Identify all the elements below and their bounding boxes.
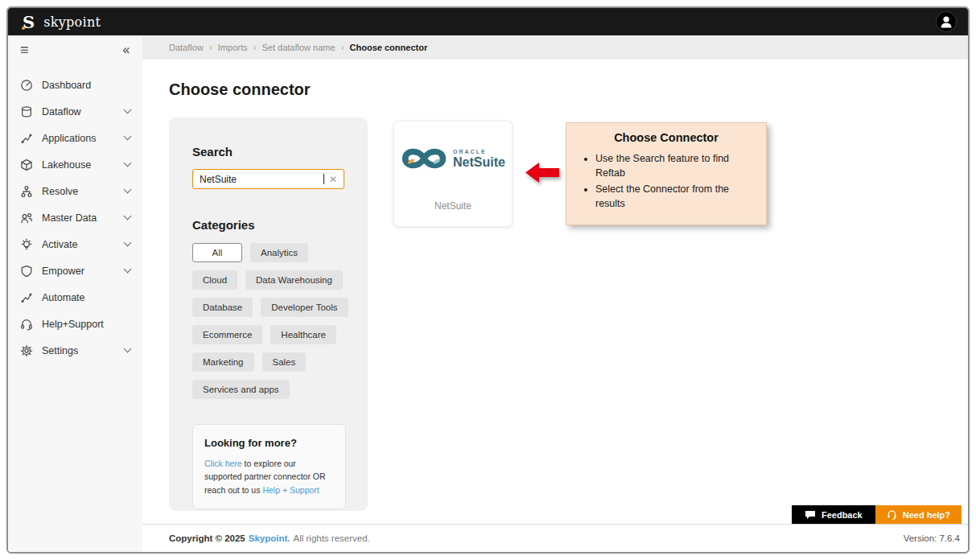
chevron-down-icon [124,239,132,247]
sidebar-item-help-support[interactable]: Help+Support [8,311,142,337]
bulb-icon [20,238,33,251]
chevron-down-icon [124,133,132,141]
logo-dot [22,27,25,30]
looking-for-more-title: Looking for more? [204,437,334,449]
netsuite-infinity-icon [401,145,447,172]
hamburger-menu-icon[interactable]: ≡ [20,43,29,57]
page-title: Choose connector [169,80,311,99]
sidebar-item-activate[interactable]: Activate [8,231,142,257]
sidebar-item-lakehouse[interactable]: Lakehouse [8,151,142,178]
category-healthcare[interactable]: Healthcare [270,325,336,344]
search-heading: Search [192,145,345,159]
connector-card-label: NetSuite [434,200,472,212]
breadcrumb-imports[interactable]: Imports [218,43,248,52]
chevron-down-icon [124,106,132,114]
category-filter-list: All Analytics Cloud Data Warehousing Dat… [192,243,350,399]
chevron-down-icon [124,266,132,274]
gauge-icon [20,79,33,92]
sidebar-item-empower[interactable]: Empower [8,257,142,284]
callout-bullet-list: Use the Search feature to find Reftab Se… [578,151,755,212]
sidebar-item-dashboard[interactable]: Dashboard [8,72,142,98]
hierarchy-icon [20,185,33,198]
click-here-link[interactable]: Click here [204,459,242,468]
breadcrumb: Dataflow › Imports › Set dataflow name ›… [142,35,968,60]
category-ecommerce[interactable]: Ecommerce [192,325,262,344]
sidebar-item-applications[interactable]: Applications [8,125,142,151]
copyright-text: Copyright © 2025 [169,533,245,543]
help-support-link[interactable]: Help + Support [262,485,319,495]
node-link-icon [20,291,33,304]
category-database[interactable]: Database [192,298,253,317]
database-icon [20,105,33,118]
brand-name: skypoint [43,14,101,30]
sidebar-item-automate[interactable]: Automate [8,284,142,311]
search-input[interactable] [200,174,324,185]
gear-icon [20,344,33,357]
text-caret [323,174,324,184]
cube-icon [20,159,33,171]
red-arrow-icon [525,162,559,183]
netsuite-connector-card[interactable]: ORACLE NetSuite NetSuite [393,121,513,227]
category-data-warehousing[interactable]: Data Warehousing [245,270,343,290]
netsuite-wordmark: NetSuite [453,156,505,169]
chevron-down-icon [124,345,132,353]
content-area: Choose connector Search ✕ Categories All… [142,60,968,524]
need-help-button[interactable]: Need help? [875,505,962,524]
skypoint-footer-link[interactable]: Skypoint. [249,533,290,543]
category-developer-tools[interactable]: Developer Tools [261,298,348,317]
sidebar: ≡ « Dashboard Dataflow Applications [8,35,142,552]
chevron-down-icon [124,159,132,167]
annotation-callout: Choose Connector Use the Search feature … [566,122,767,225]
category-analytics[interactable]: Analytics [250,243,308,262]
rights-text: All rights reserved. [294,533,370,543]
node-link-icon [20,132,33,145]
breadcrumb-separator: › [209,42,212,53]
sidebar-item-resolve[interactable]: Resolve [8,178,142,204]
headset-icon [887,509,897,520]
sidebar-item-dataflow[interactable]: Dataflow [8,98,142,125]
clear-search-icon[interactable]: ✕ [329,175,337,184]
netsuite-logo: ORACLE NetSuite [401,145,505,172]
categories-heading: Categories [192,218,345,232]
breadcrumb-current: Choose connector [350,43,428,52]
floating-buttons: Feedback Need help? [792,505,962,524]
sidebar-item-settings[interactable]: Settings [8,337,142,364]
breadcrumb-separator: › [253,42,256,53]
oracle-wordmark: ORACLE [453,149,505,154]
search-box: ✕ [192,169,344,189]
headset-icon [20,318,33,331]
category-sales[interactable]: Sales [262,352,307,372]
collapse-sidebar-icon[interactable]: « [122,43,130,57]
user-avatar[interactable] [936,11,957,32]
looking-for-more-text: Click here to explore our supported part… [204,457,334,496]
category-all[interactable]: All [192,243,242,262]
speech-bubble-icon [805,510,816,520]
category-cloud[interactable]: Cloud [192,270,237,290]
callout-title: Choose Connector [578,131,755,144]
chevron-down-icon [124,186,132,194]
footer: Copyright © 2025 Skypoint. All rights re… [142,524,968,552]
app-window: S skypoint ≡ « Dashboard Dataflow [6,6,970,554]
breadcrumb-dataflow[interactable]: Dataflow [169,43,204,52]
callout-bullet: Select the Connector from the results [595,182,755,211]
person-icon [937,13,955,31]
skypoint-logo-icon[interactable]: S [23,14,35,31]
search-filter-panel: Search ✕ Categories All Analytics Cloud … [169,117,368,511]
breadcrumb-separator: › [341,42,344,53]
chevron-down-icon [124,212,132,220]
top-bar: S skypoint [8,8,968,35]
category-marketing[interactable]: Marketing [192,352,254,372]
shield-icon [20,265,33,278]
people-icon [20,212,33,224]
breadcrumb-set-dataflow-name[interactable]: Set dataflow name [262,43,335,52]
callout-bullet: Use the Search feature to find Reftab [595,151,755,180]
category-services-and-apps[interactable]: Services and apps [192,380,290,399]
version-label: Version: 7.6.4 [904,533,960,543]
looking-for-more-box: Looking for more? Click here to explore … [192,424,346,509]
sidebar-item-master-data[interactable]: Master Data [8,204,142,231]
feedback-button[interactable]: Feedback [792,505,875,524]
